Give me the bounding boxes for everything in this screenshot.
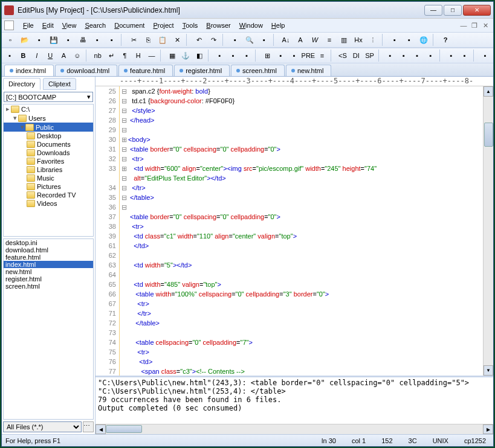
- tree-item[interactable]: ▸C:\: [4, 104, 93, 114]
- tab-register-html[interactable]: register.html: [174, 65, 230, 76]
- file-list[interactable]: desktop.inidownload.htmlfeature.htmlinde…: [3, 238, 94, 420]
- tree-item[interactable]: Pictures: [4, 182, 93, 191]
- globe-button[interactable]: 🌐: [417, 33, 430, 46]
- italic-button[interactable]: I: [31, 49, 43, 62]
- para-button[interactable]: ¶: [118, 49, 131, 62]
- file-item[interactable]: desktop.ini: [4, 239, 93, 246]
- file-item[interactable]: feature.html: [4, 254, 93, 261]
- align-left-button[interactable]: ▪: [213, 49, 225, 62]
- tree-item[interactable]: Libraries: [4, 165, 93, 174]
- browser-button[interactable]: ▪: [388, 33, 401, 46]
- table-cell-button[interactable]: ▪: [288, 49, 300, 62]
- delete-button[interactable]: ✕: [170, 33, 184, 46]
- list-button[interactable]: ≡: [316, 49, 328, 62]
- table-row-button[interactable]: ▪: [274, 49, 286, 62]
- menu-browser[interactable]: Browser: [202, 21, 235, 30]
- code-content[interactable]: span.c2 {font-weight: bold} td.c1 {backg…: [128, 86, 483, 376]
- smiley-button[interactable]: ☺: [71, 49, 83, 62]
- indent-guide-button[interactable]: ⦙: [366, 33, 380, 46]
- file-item[interactable]: new.html: [4, 268, 93, 275]
- print-button[interactable]: 🖶: [76, 33, 89, 46]
- script-button[interactable]: <S: [337, 49, 349, 62]
- cut-button[interactable]: ✂: [127, 33, 140, 46]
- image-button[interactable]: ▦: [166, 49, 178, 62]
- tab-new-html[interactable]: new.html: [286, 65, 331, 76]
- file-item[interactable]: screen.html: [4, 283, 93, 290]
- tree-item[interactable]: Documents: [4, 140, 93, 149]
- a-up-button[interactable]: A↓: [279, 33, 293, 46]
- tree-item[interactable]: ▾Public: [4, 123, 93, 132]
- open-button[interactable]: 📂: [18, 33, 31, 46]
- pre-button[interactable]: PRE: [302, 49, 315, 62]
- nbsp-button[interactable]: nb: [92, 49, 104, 62]
- br-button[interactable]: ↵: [105, 49, 117, 62]
- menu-search[interactable]: Search: [80, 21, 110, 30]
- ruler-button[interactable]: ≡: [323, 33, 336, 46]
- font-a-button[interactable]: A: [57, 49, 70, 62]
- open-remote-button[interactable]: ▪: [33, 33, 46, 46]
- spell-button[interactable]: ▪: [228, 33, 242, 46]
- a-color-button[interactable]: A: [294, 33, 307, 46]
- heading-button[interactable]: H: [132, 49, 144, 62]
- menu-edit[interactable]: Edit: [38, 21, 58, 30]
- help-button[interactable]: ?: [439, 33, 452, 46]
- hex-button[interactable]: Hx: [352, 33, 365, 46]
- menu-project[interactable]: Project: [149, 21, 178, 30]
- color-button[interactable]: ◧: [193, 49, 205, 62]
- form-left-button[interactable]: ▪: [445, 49, 457, 62]
- external-button[interactable]: ▪: [403, 33, 416, 46]
- tree-item[interactable]: Favorites: [4, 157, 93, 165]
- menu-view[interactable]: View: [58, 21, 81, 30]
- vertical-scrollbar[interactable]: ▲ ▼: [483, 86, 493, 376]
- minimize-button[interactable]: —: [424, 5, 442, 16]
- undo-button[interactable]: ↶: [192, 33, 205, 46]
- tab-index-html[interactable]: index.html: [4, 65, 54, 76]
- close-button[interactable]: ✕: [463, 5, 491, 16]
- col-marker-button[interactable]: ▥: [337, 33, 351, 46]
- maximize-button[interactable]: □: [444, 5, 462, 16]
- output-panel[interactable]: "C:\Users\Public\new.html"(243,3): <tabl…: [95, 376, 493, 424]
- tree-item[interactable]: Desktop: [4, 132, 93, 140]
- menu-help[interactable]: Help: [267, 21, 290, 30]
- it1-button[interactable]: ▪: [384, 49, 396, 62]
- scroll-down-icon[interactable]: ▼: [484, 365, 493, 376]
- save-all-button[interactable]: ▪: [62, 33, 75, 46]
- file-item[interactable]: download.html: [4, 246, 93, 254]
- redo-button[interactable]: ↷: [207, 33, 220, 46]
- menu-file[interactable]: File: [19, 21, 38, 30]
- tab-feature-html[interactable]: feature.html: [118, 65, 173, 76]
- underline-button[interactable]: U: [44, 49, 56, 62]
- word-wrap-button[interactable]: ▪: [257, 33, 271, 46]
- hscroll-thumb[interactable]: [106, 425, 142, 433]
- menu-document[interactable]: Document: [110, 21, 149, 30]
- menu-tools[interactable]: Tools: [178, 21, 202, 30]
- sidebar-tab-directory[interactable]: Directory: [3, 78, 40, 90]
- doc-props-button[interactable]: ▪: [105, 33, 118, 46]
- filter-button[interactable]: ⋯: [83, 421, 94, 432]
- scroll-right-icon[interactable]: ▶: [483, 424, 493, 434]
- it4-button[interactable]: ▪: [424, 49, 436, 62]
- align-right-button[interactable]: ▪: [241, 49, 253, 62]
- save-button[interactable]: 💾: [47, 33, 60, 46]
- tab-download-html[interactable]: download.html: [55, 65, 117, 76]
- find-button[interactable]: 🔍: [243, 33, 256, 46]
- fold-column[interactable]: ⊟ ⊟ ⊟ ⊟ ⊟ ⊞ ⊟ ⊟ ⊞ ⊟ ⊟ ⊟ ⊟: [120, 86, 128, 376]
- scroll-up-icon[interactable]: ▲: [484, 86, 493, 97]
- win-button[interactable]: ▪: [479, 49, 491, 62]
- form-right-button[interactable]: ▪: [459, 49, 471, 62]
- file-filter[interactable]: All Files (*.*): [3, 421, 82, 432]
- span-button[interactable]: SP: [363, 49, 375, 62]
- copy-button[interactable]: ⎘: [141, 33, 155, 46]
- bold-button[interactable]: B: [17, 49, 29, 62]
- align-center-button[interactable]: ▪: [227, 49, 239, 62]
- tree-item[interactable]: Recorded TV: [4, 191, 93, 199]
- menu-window[interactable]: Window: [235, 21, 267, 30]
- mdi-buttons[interactable]: —❐✕: [458, 22, 491, 30]
- drive-selector[interactable]: [C:] BOOTCAMP ▾: [4, 92, 93, 102]
- folder-tree[interactable]: ▸C:\▾Users▾PublicDesktopDocumentsDownloa…: [3, 104, 94, 237]
- it2-button[interactable]: ▪: [398, 49, 410, 62]
- tree-item[interactable]: Music: [4, 174, 93, 182]
- it3-button[interactable]: ▪: [411, 49, 423, 62]
- comment-button[interactable]: —: [146, 49, 158, 62]
- tab-screen-html[interactable]: screen.html: [231, 65, 285, 76]
